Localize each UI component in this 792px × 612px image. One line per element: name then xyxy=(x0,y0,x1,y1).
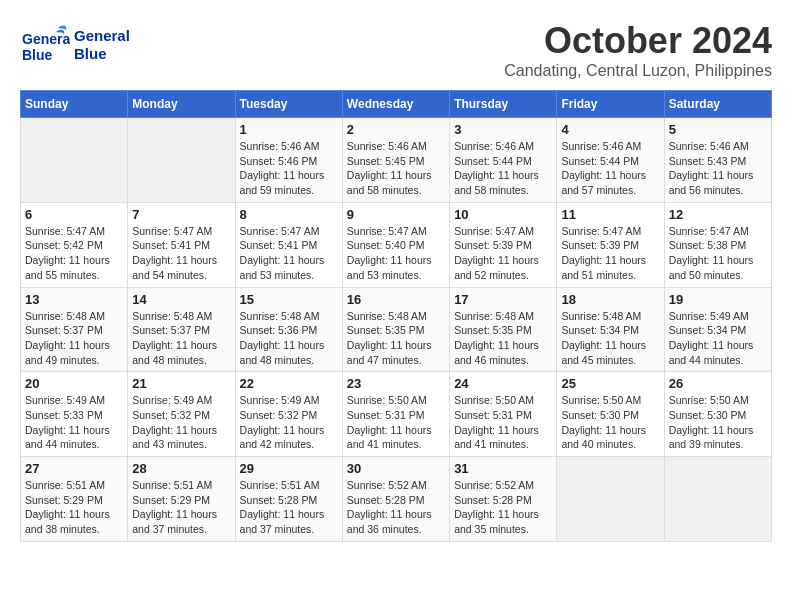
day-number: 25 xyxy=(561,376,659,391)
day-info: Sunrise: 5:48 AMSunset: 5:37 PMDaylight:… xyxy=(25,309,123,368)
logo-blue: Blue xyxy=(74,45,130,63)
day-info: Sunrise: 5:47 AMSunset: 5:40 PMDaylight:… xyxy=(347,224,445,283)
table-row: 8Sunrise: 5:47 AMSunset: 5:41 PMDaylight… xyxy=(235,202,342,287)
day-info: Sunrise: 5:48 AMSunset: 5:36 PMDaylight:… xyxy=(240,309,338,368)
table-row xyxy=(21,118,128,203)
day-number: 15 xyxy=(240,292,338,307)
day-info: Sunrise: 5:47 AMSunset: 5:42 PMDaylight:… xyxy=(25,224,123,283)
day-info: Sunrise: 5:48 AMSunset: 5:37 PMDaylight:… xyxy=(132,309,230,368)
day-number: 19 xyxy=(669,292,767,307)
day-info: Sunrise: 5:47 AMSunset: 5:38 PMDaylight:… xyxy=(669,224,767,283)
day-number: 1 xyxy=(240,122,338,137)
day-info: Sunrise: 5:52 AMSunset: 5:28 PMDaylight:… xyxy=(454,478,552,537)
day-info: Sunrise: 5:47 AMSunset: 5:41 PMDaylight:… xyxy=(240,224,338,283)
day-number: 13 xyxy=(25,292,123,307)
calendar-header-row: Sunday Monday Tuesday Wednesday Thursday… xyxy=(21,91,772,118)
day-number: 22 xyxy=(240,376,338,391)
day-number: 18 xyxy=(561,292,659,307)
table-row: 14Sunrise: 5:48 AMSunset: 5:37 PMDayligh… xyxy=(128,287,235,372)
table-row: 7Sunrise: 5:47 AMSunset: 5:41 PMDaylight… xyxy=(128,202,235,287)
day-info: Sunrise: 5:50 AMSunset: 5:30 PMDaylight:… xyxy=(561,393,659,452)
table-row: 17Sunrise: 5:48 AMSunset: 5:35 PMDayligh… xyxy=(450,287,557,372)
table-row: 27Sunrise: 5:51 AMSunset: 5:29 PMDayligh… xyxy=(21,457,128,542)
day-number: 21 xyxy=(132,376,230,391)
calendar-week-row: 6Sunrise: 5:47 AMSunset: 5:42 PMDaylight… xyxy=(21,202,772,287)
table-row: 4Sunrise: 5:46 AMSunset: 5:44 PMDaylight… xyxy=(557,118,664,203)
day-info: Sunrise: 5:50 AMSunset: 5:31 PMDaylight:… xyxy=(454,393,552,452)
day-number: 4 xyxy=(561,122,659,137)
svg-text:Blue: Blue xyxy=(22,47,53,63)
location-subtitle: Candating, Central Luzon, Philippines xyxy=(504,62,772,80)
table-row xyxy=(664,457,771,542)
day-info: Sunrise: 5:46 AMSunset: 5:44 PMDaylight:… xyxy=(561,139,659,198)
table-row: 10Sunrise: 5:47 AMSunset: 5:39 PMDayligh… xyxy=(450,202,557,287)
table-row: 19Sunrise: 5:49 AMSunset: 5:34 PMDayligh… xyxy=(664,287,771,372)
table-row xyxy=(128,118,235,203)
table-row: 5Sunrise: 5:46 AMSunset: 5:43 PMDaylight… xyxy=(664,118,771,203)
header-tuesday: Tuesday xyxy=(235,91,342,118)
day-number: 20 xyxy=(25,376,123,391)
calendar-week-row: 1Sunrise: 5:46 AMSunset: 5:46 PMDaylight… xyxy=(21,118,772,203)
day-number: 29 xyxy=(240,461,338,476)
calendar-week-row: 27Sunrise: 5:51 AMSunset: 5:29 PMDayligh… xyxy=(21,457,772,542)
table-row: 13Sunrise: 5:48 AMSunset: 5:37 PMDayligh… xyxy=(21,287,128,372)
day-number: 8 xyxy=(240,207,338,222)
table-row: 25Sunrise: 5:50 AMSunset: 5:30 PMDayligh… xyxy=(557,372,664,457)
day-info: Sunrise: 5:51 AMSunset: 5:28 PMDaylight:… xyxy=(240,478,338,537)
day-number: 24 xyxy=(454,376,552,391)
header-friday: Friday xyxy=(557,91,664,118)
day-info: Sunrise: 5:49 AMSunset: 5:33 PMDaylight:… xyxy=(25,393,123,452)
day-info: Sunrise: 5:48 AMSunset: 5:34 PMDaylight:… xyxy=(561,309,659,368)
day-info: Sunrise: 5:47 AMSunset: 5:39 PMDaylight:… xyxy=(454,224,552,283)
calendar-week-row: 13Sunrise: 5:48 AMSunset: 5:37 PMDayligh… xyxy=(21,287,772,372)
table-row: 26Sunrise: 5:50 AMSunset: 5:30 PMDayligh… xyxy=(664,372,771,457)
day-info: Sunrise: 5:46 AMSunset: 5:46 PMDaylight:… xyxy=(240,139,338,198)
day-number: 5 xyxy=(669,122,767,137)
table-row: 29Sunrise: 5:51 AMSunset: 5:28 PMDayligh… xyxy=(235,457,342,542)
day-info: Sunrise: 5:50 AMSunset: 5:31 PMDaylight:… xyxy=(347,393,445,452)
calendar-week-row: 20Sunrise: 5:49 AMSunset: 5:33 PMDayligh… xyxy=(21,372,772,457)
table-row: 21Sunrise: 5:49 AMSunset: 5:32 PMDayligh… xyxy=(128,372,235,457)
day-info: Sunrise: 5:47 AMSunset: 5:39 PMDaylight:… xyxy=(561,224,659,283)
table-row: 31Sunrise: 5:52 AMSunset: 5:28 PMDayligh… xyxy=(450,457,557,542)
table-row xyxy=(557,457,664,542)
day-number: 3 xyxy=(454,122,552,137)
table-row: 3Sunrise: 5:46 AMSunset: 5:44 PMDaylight… xyxy=(450,118,557,203)
day-number: 28 xyxy=(132,461,230,476)
header-sunday: Sunday xyxy=(21,91,128,118)
table-row: 30Sunrise: 5:52 AMSunset: 5:28 PMDayligh… xyxy=(342,457,449,542)
day-number: 2 xyxy=(347,122,445,137)
header-saturday: Saturday xyxy=(664,91,771,118)
day-info: Sunrise: 5:49 AMSunset: 5:32 PMDaylight:… xyxy=(240,393,338,452)
day-info: Sunrise: 5:46 AMSunset: 5:43 PMDaylight:… xyxy=(669,139,767,198)
header-wednesday: Wednesday xyxy=(342,91,449,118)
day-number: 10 xyxy=(454,207,552,222)
day-info: Sunrise: 5:47 AMSunset: 5:41 PMDaylight:… xyxy=(132,224,230,283)
table-row: 22Sunrise: 5:49 AMSunset: 5:32 PMDayligh… xyxy=(235,372,342,457)
table-row: 2Sunrise: 5:46 AMSunset: 5:45 PMDaylight… xyxy=(342,118,449,203)
table-row: 24Sunrise: 5:50 AMSunset: 5:31 PMDayligh… xyxy=(450,372,557,457)
day-number: 17 xyxy=(454,292,552,307)
title-block: October 2024 Candating, Central Luzon, P… xyxy=(504,20,772,80)
table-row: 28Sunrise: 5:51 AMSunset: 5:29 PMDayligh… xyxy=(128,457,235,542)
day-number: 14 xyxy=(132,292,230,307)
month-year-title: October 2024 xyxy=(504,20,772,62)
table-row: 23Sunrise: 5:50 AMSunset: 5:31 PMDayligh… xyxy=(342,372,449,457)
day-number: 11 xyxy=(561,207,659,222)
day-info: Sunrise: 5:49 AMSunset: 5:34 PMDaylight:… xyxy=(669,309,767,368)
day-number: 31 xyxy=(454,461,552,476)
day-info: Sunrise: 5:48 AMSunset: 5:35 PMDaylight:… xyxy=(347,309,445,368)
table-row: 1Sunrise: 5:46 AMSunset: 5:46 PMDaylight… xyxy=(235,118,342,203)
logo-icon: General Blue xyxy=(20,20,70,70)
day-number: 6 xyxy=(25,207,123,222)
table-row: 12Sunrise: 5:47 AMSunset: 5:38 PMDayligh… xyxy=(664,202,771,287)
header-monday: Monday xyxy=(128,91,235,118)
day-info: Sunrise: 5:52 AMSunset: 5:28 PMDaylight:… xyxy=(347,478,445,537)
day-number: 23 xyxy=(347,376,445,391)
header-thursday: Thursday xyxy=(450,91,557,118)
day-number: 7 xyxy=(132,207,230,222)
day-number: 12 xyxy=(669,207,767,222)
day-info: Sunrise: 5:50 AMSunset: 5:30 PMDaylight:… xyxy=(669,393,767,452)
svg-text:General: General xyxy=(22,31,70,47)
table-row: 6Sunrise: 5:47 AMSunset: 5:42 PMDaylight… xyxy=(21,202,128,287)
